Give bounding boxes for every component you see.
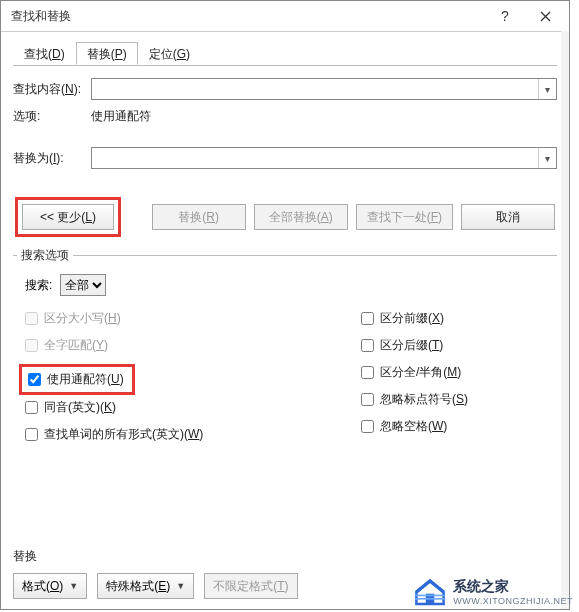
check-whole-word-box: [25, 339, 38, 352]
check-ignore-space-box[interactable]: [361, 420, 374, 433]
search-options-group: 搜索选项 搜索: 全部 区分大小写(H) 全字匹配(Y): [13, 247, 557, 457]
check-sounds-like-box[interactable]: [25, 401, 38, 414]
action-row: << 更少(L) 替换(R) 全部替换(A) 查找下一处(F) 取消: [15, 197, 555, 237]
check-whole-word: 全字匹配(Y): [25, 337, 353, 354]
find-replace-dialog: 查找和替换 ? 查找(D) 替换(P) 定位(G) 查找内容(N): ▾ 选项:…: [0, 0, 570, 610]
check-suffix-box[interactable]: [361, 339, 374, 352]
check-all-forms-box[interactable]: [25, 428, 38, 441]
tab-goto[interactable]: 定位(G): [138, 42, 201, 65]
tab-find[interactable]: 查找(D): [13, 42, 76, 65]
close-icon: [540, 11, 551, 22]
check-ignore-space[interactable]: 忽略空格(W): [361, 418, 553, 435]
bottom-label: 替换: [13, 548, 557, 565]
find-input[interactable]: ▾: [91, 78, 557, 100]
check-full-half[interactable]: 区分全/半角(M): [361, 364, 553, 381]
less-button[interactable]: << 更少(L): [22, 204, 114, 230]
search-scope-select[interactable]: 全部: [60, 274, 106, 296]
format-button[interactable]: 格式(O)▼: [13, 573, 87, 599]
check-prefix-box[interactable]: [361, 312, 374, 325]
special-format-button[interactable]: 特殊格式(E)▼: [97, 573, 194, 599]
highlight-more: << 更少(L): [15, 197, 121, 237]
find-label: 查找内容(N):: [13, 81, 91, 98]
dropdown-icon[interactable]: ▾: [538, 148, 556, 168]
check-sounds-like[interactable]: 同音(英文)(K): [25, 399, 353, 416]
options-value: 使用通配符: [91, 108, 151, 125]
tab-strip: 查找(D) 替换(P) 定位(G): [13, 42, 557, 66]
dialog-title: 查找和替换: [11, 8, 485, 25]
titlebar: 查找和替换 ?: [1, 1, 569, 31]
options-row: 选项: 使用通配符: [13, 108, 557, 125]
cancel-button[interactable]: 取消: [461, 204, 555, 230]
check-match-case: 区分大小写(H): [25, 310, 353, 327]
close-button[interactable]: [525, 2, 565, 30]
chevron-down-icon: ▼: [69, 581, 78, 591]
check-suffix[interactable]: 区分后缀(T): [361, 337, 553, 354]
check-prefix[interactable]: 区分前缀(X): [361, 310, 553, 327]
checks-left: 区分大小写(H) 全字匹配(Y) 使用通配符(U) 同音(: [17, 306, 353, 453]
check-ignore-punct[interactable]: 忽略标点符号(S): [361, 391, 553, 408]
bottom-section: 替换 格式(O)▼ 特殊格式(E)▼ 不限定格式(T): [13, 548, 557, 599]
replace-label: 替换为(I):: [13, 150, 91, 167]
right-edge: [561, 31, 569, 609]
help-button[interactable]: ?: [485, 2, 525, 30]
dialog-body: 查找(D) 替换(P) 定位(G) 查找内容(N): ▾ 选项: 使用通配符 替…: [1, 32, 569, 457]
chevron-down-icon: ▼: [176, 581, 185, 591]
bottom-actions: 格式(O)▼ 特殊格式(E)▼ 不限定格式(T): [13, 573, 557, 599]
check-wildcards[interactable]: 使用通配符(U): [28, 371, 124, 388]
check-full-half-box[interactable]: [361, 366, 374, 379]
options-label: 选项:: [13, 108, 91, 125]
tab-replace[interactable]: 替换(P): [76, 42, 138, 65]
highlight-wildcards: 使用通配符(U): [19, 364, 135, 395]
checks-right: 区分前缀(X) 区分后缀(T) 区分全/半角(M) 忽略标点符号(S): [353, 306, 553, 453]
find-next-button[interactable]: 查找下一处(F): [356, 204, 453, 230]
search-scope-label: 搜索:: [25, 277, 52, 294]
replace-button[interactable]: 替换(R): [152, 204, 246, 230]
check-wildcards-box[interactable]: [28, 373, 41, 386]
replace-input[interactable]: ▾: [91, 147, 557, 169]
check-match-case-box: [25, 312, 38, 325]
check-all-forms[interactable]: 查找单词的所有形式(英文)(W): [25, 426, 353, 443]
replace-all-button[interactable]: 全部替换(A): [254, 204, 348, 230]
search-scope-row: 搜索: 全部: [25, 274, 553, 296]
checks-columns: 区分大小写(H) 全字匹配(Y) 使用通配符(U) 同音(: [17, 306, 553, 453]
replace-row: 替换为(I): ▾: [13, 147, 557, 169]
no-format-button: 不限定格式(T): [204, 573, 297, 599]
check-ignore-punct-box[interactable]: [361, 393, 374, 406]
dropdown-icon[interactable]: ▾: [538, 79, 556, 99]
search-options-legend: 搜索选项: [17, 247, 73, 264]
find-row: 查找内容(N): ▾: [13, 78, 557, 100]
